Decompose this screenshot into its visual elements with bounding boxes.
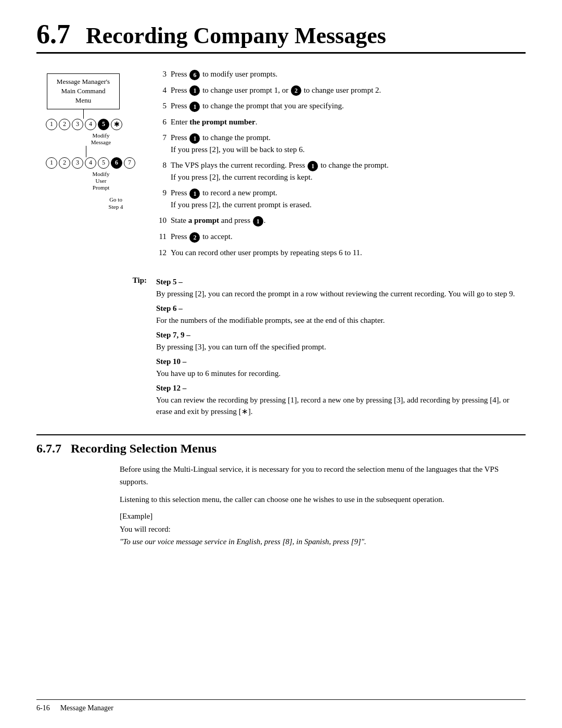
step-11-num: 11	[156, 231, 171, 243]
btn-inline-1e: 1	[189, 189, 200, 199]
btn-2-row2: 2	[59, 157, 70, 169]
step-7-content: Press 1 to change the prompt. If you pre…	[171, 132, 526, 155]
btn-inline-1c: 1	[189, 133, 200, 144]
step-8: 8 The VPS plays the current recording. P…	[156, 159, 526, 183]
btn-inline-1b: 1	[189, 102, 200, 112]
step-8-sub: If you press [2], the current recording …	[171, 173, 312, 181]
main-content: Message Manager'sMain Command Menu 1 2 3…	[36, 68, 526, 262]
step-9-content: Press 1 to record a new prompt. If you p…	[171, 187, 526, 210]
btn-1-row2: 1	[46, 157, 57, 169]
step-11-content: Press 2 to accept.	[171, 231, 526, 243]
section-number: 6.7	[36, 21, 70, 48]
btn-3-row2: 3	[72, 157, 83, 169]
step-7-num: 7	[156, 132, 171, 155]
subsection-number: 6.7.7	[36, 442, 61, 456]
step-10-content: State a prompt and press 1.	[171, 215, 526, 227]
btn-7-row2: 7	[124, 157, 135, 169]
btn-5-row1-active: 5	[98, 119, 109, 130]
step-7-sub: If you press [2], you will be back to st…	[171, 145, 304, 154]
tip-step6-label: Step 6 –	[156, 304, 183, 312]
title-section: 6.7 Recording Company Messages	[36, 21, 526, 54]
tip-item-step6: Step 6 – For the numbers of the modifiab…	[156, 303, 526, 326]
example-label: [Example]	[120, 512, 526, 521]
subsection-title: Recording Selection Menus	[71, 442, 216, 456]
step-6-num: 6	[156, 116, 171, 128]
steps-area: 3 Press 6 to modify user prompts. 4 Pres…	[156, 68, 526, 262]
section-title: Recording Company Messages	[86, 24, 386, 47]
subsection-para1: Before using the Multi-Lingual service, …	[120, 463, 526, 488]
tip-step10-text: You have up to 6 minutes for recording.	[156, 369, 280, 378]
btn-6-row2-active: 6	[111, 157, 122, 169]
step-5-num: 5	[156, 100, 171, 112]
italic-quote: "To use our voice message service in Eng…	[120, 536, 526, 548]
btn-3-row1: 3	[72, 119, 83, 130]
btn-inline-6: 6	[189, 70, 200, 80]
tip-step6-text: For the numbers of the modifiable prompt…	[156, 316, 385, 324]
step-12-num: 12	[156, 247, 171, 259]
tip-item-step79: Step 7, 9 – By pressing [3], you can tur…	[156, 329, 526, 353]
diagram-area: Message Manager'sMain Command Menu 1 2 3…	[36, 68, 156, 262]
step-10: 10 State a prompt and press 1.	[156, 215, 526, 227]
btn-inline-1f: 1	[253, 216, 263, 227]
step-10-num: 10	[156, 215, 171, 227]
row1-label: ModifyMessage	[46, 132, 156, 146]
step-7: 7 Press 1 to change the prompt. If you p…	[156, 132, 526, 155]
button-row-1: 1 2 3 4 5 ✱	[46, 119, 156, 130]
step-9: 9 Press 1 to record a new prompt. If you…	[156, 187, 526, 210]
tip-item-step10: Step 10 – You have up to 6 minutes for r…	[156, 356, 526, 379]
bold-a-prompt: a prompt	[188, 216, 219, 224]
btn-inline-1a: 1	[189, 85, 200, 96]
footer-page-num: 6-16	[36, 704, 50, 712]
step-5: 5 Press 1 to change the prompt that you …	[156, 100, 526, 112]
page: 6.7 Recording Company Messages Message M…	[0, 0, 562, 728]
step-5-content: Press 1 to change the prompt that you ar…	[171, 100, 526, 112]
btn-4-row2: 4	[85, 157, 96, 169]
bold-prompt-number: the prompt number	[189, 118, 255, 126]
step-9-sub: If you press [2], the current prompt is …	[171, 200, 312, 209]
tip-item-step12: Step 12 – You can review the recording b…	[156, 382, 526, 418]
step-8-content: The VPS plays the current recording. Pre…	[171, 159, 526, 183]
footer-section: Message Manager	[60, 704, 113, 712]
row2-label: ModifyUserPrompt	[46, 171, 156, 192]
tip-section: Tip: Step 5 – By pressing [2], you can r…	[36, 274, 526, 418]
step-3: 3 Press 6 to modify user prompts.	[156, 68, 526, 80]
step-3-content: Press 6 to modify user prompts.	[171, 68, 526, 80]
tip-step10-label: Step 10 –	[156, 357, 186, 366]
connector-2	[86, 146, 86, 157]
step-6: 6 Enter the prompt number.	[156, 116, 526, 128]
subsection-header: 6.7.7 Recording Selection Menus	[36, 442, 526, 456]
connector-line	[83, 109, 84, 119]
subsection-para2: Listening to this selection menu, the ca…	[120, 493, 526, 506]
tip-step79-label: Step 7, 9 –	[156, 331, 190, 339]
step-11: 11 Press 2 to accept.	[156, 231, 526, 243]
tip-step12-label: Step 12 –	[156, 384, 186, 392]
step-4-content: Press 1 to change user prompt 1, or 2 to…	[171, 84, 526, 96]
btn-5-row2: 5	[98, 157, 109, 169]
btn-2-row1: 2	[59, 119, 70, 130]
menu-box: Message Manager'sMain Command Menu	[47, 73, 120, 109]
step-12: 12 You can record other user prompts by …	[156, 247, 526, 259]
step-4-num: 4	[156, 84, 171, 96]
subsection-677: 6.7.7 Recording Selection Menus Before u…	[36, 434, 526, 548]
step-3-num: 3	[156, 68, 171, 80]
tip-content: Step 5 – By pressing [2], you can record…	[156, 276, 526, 418]
step-6-content: Enter the prompt number.	[171, 116, 526, 128]
italic-quote-text: "To use our voice message service in Eng…	[120, 537, 366, 546]
step-12-content: You can record other user prompts by rep…	[171, 247, 526, 259]
btn-inline-1d: 1	[308, 161, 318, 171]
you-will-record: You will record:	[120, 525, 526, 534]
step-9-num: 9	[156, 187, 171, 210]
btn-star-row1: ✱	[111, 119, 122, 130]
button-row-2: 1 2 3 4 5 6 7	[46, 157, 156, 169]
btn-4-row1: 4	[85, 119, 96, 130]
tip-label: Tip:	[36, 276, 156, 418]
page-footer: 6-16 Message Manager	[36, 699, 526, 712]
btn-inline-2a: 2	[291, 85, 301, 96]
tip-item-step5: Step 5 – By pressing [2], you can record…	[156, 276, 526, 299]
tip-step5-text: By pressing [2], you can record the prom…	[156, 290, 515, 298]
btn-1-row1: 1	[46, 119, 57, 130]
step-8-num: 8	[156, 159, 171, 183]
tip-step12-text: You can review the recording by pressing…	[156, 396, 509, 416]
step-4: 4 Press 1 to change user prompt 1, or 2 …	[156, 84, 526, 96]
tip-step5-label: Step 5 –	[156, 278, 183, 286]
